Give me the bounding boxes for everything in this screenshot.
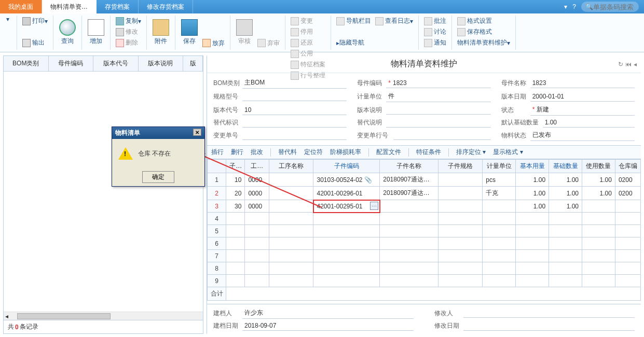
col-proc-name[interactable]: 工序名称 xyxy=(269,160,313,173)
restore-button[interactable]: 还原 xyxy=(289,37,327,48)
attach-button[interactable]: 附件 xyxy=(150,16,172,49)
col-child-spec[interactable]: 子件规格 xyxy=(439,160,483,173)
parent-code-field[interactable]: *1823 xyxy=(386,78,490,88)
spec-field[interactable] xyxy=(242,92,347,101)
table-row[interactable]: 110000030103-00524-02 📎20180907通达…pcs1.0… xyxy=(208,173,641,187)
cell-child-code[interactable]: 30103-00524-02 📎 xyxy=(313,173,380,187)
cell-proc-seq[interactable]: 0000 xyxy=(245,187,269,200)
change-row-field[interactable] xyxy=(393,131,490,140)
left-col-ver-code[interactable]: 版本代号 xyxy=(93,56,139,71)
alt-flag-field[interactable] xyxy=(242,118,347,128)
sort-locate-button[interactable]: 排序定位 ▾ xyxy=(456,148,486,157)
tab-bom[interactable]: 物料清单资… xyxy=(42,0,97,13)
cell-child-code[interactable]: 42001-00296-01 xyxy=(313,187,380,200)
view-log-button[interactable]: 查看日志 ▾ xyxy=(373,16,415,26)
modify-button[interactable]: 修改 xyxy=(114,26,143,37)
lookup-button[interactable]: ⋯ xyxy=(370,202,378,210)
default-qty-field[interactable]: 1.00 xyxy=(543,118,635,128)
cell-child-seq[interactable]: 30 xyxy=(226,200,245,213)
cell-child-spec[interactable] xyxy=(439,173,483,187)
cell-proc-seq[interactable]: 0000 xyxy=(245,173,269,187)
dialog-close-button[interactable]: ✕ xyxy=(193,129,201,136)
nav-bar-button[interactable]: 导航栏目 xyxy=(334,16,373,26)
disable-button[interactable]: 停用 xyxy=(289,26,327,37)
step-loss-button[interactable]: 阶梯损耗率 xyxy=(330,148,361,157)
ver-date-field[interactable]: 2000-01-01 xyxy=(530,92,635,102)
config-file-button[interactable]: 配置文件 xyxy=(376,148,401,157)
col-uom[interactable]: 计量单位 xyxy=(483,160,516,173)
left-col-ver-desc[interactable]: 版本说明 xyxy=(139,56,184,71)
dropdown-icon[interactable]: ▾ xyxy=(564,3,567,10)
print-button[interactable]: 打印 ▾ xyxy=(20,16,50,26)
discard-button[interactable]: 放弃 xyxy=(200,38,227,49)
maintain-button[interactable]: 物料清单资料维护 ▾ xyxy=(455,37,512,48)
cell-base-qty[interactable]: 1.00 xyxy=(516,173,549,187)
query-button[interactable]: 查询 xyxy=(57,16,78,49)
barcode-search[interactable]: 🔍 xyxy=(581,2,639,12)
hide-nav-button[interactable]: ▸ 隐藏导航 xyxy=(334,37,415,48)
left-col-parent-code[interactable]: 母件编码 xyxy=(49,56,94,71)
tab-desktop[interactable]: 我的桌面 xyxy=(0,0,42,13)
cell-uom[interactable]: pcs xyxy=(483,173,516,187)
cell-child-spec[interactable] xyxy=(439,187,483,200)
save-format-button[interactable]: 保存格式 xyxy=(455,26,512,37)
delete-button[interactable]: 删除 xyxy=(114,37,143,48)
cell-base-qty[interactable]: 1.00 xyxy=(516,187,549,200)
batch-note-button[interactable]: 批注 xyxy=(422,16,448,26)
cell-use-qty[interactable]: 1.00 xyxy=(582,173,615,187)
col-basis-qty[interactable]: 基础数量 xyxy=(549,160,582,173)
nav-first-icon[interactable]: ⏮ xyxy=(625,61,632,68)
add-button[interactable]: 增加 xyxy=(85,16,107,49)
cell-uom[interactable] xyxy=(483,200,516,213)
ver-desc-field[interactable] xyxy=(386,105,490,115)
left-col-bom-type[interactable]: BOM类别 xyxy=(4,56,49,71)
table-row[interactable]: 9 xyxy=(208,275,641,287)
cell-child-spec[interactable] xyxy=(439,200,483,213)
cell-proc-seq[interactable]: 0000 xyxy=(245,200,269,213)
col-base-qty[interactable]: 基本用量 xyxy=(516,160,549,173)
cell-basis-qty[interactable]: 1.00 xyxy=(549,187,582,200)
table-row[interactable]: 6 xyxy=(208,237,641,250)
copy-button[interactable]: 复制 ▾ xyxy=(114,16,143,26)
col-rownum[interactable] xyxy=(208,160,226,173)
alt-desc-field[interactable] xyxy=(386,118,490,128)
cell-use-qty[interactable] xyxy=(582,200,615,213)
col-child-seq[interactable]: 子… xyxy=(226,160,245,173)
change-button[interactable]: 变更 xyxy=(289,16,327,26)
help-icon[interactable]: ? xyxy=(572,3,576,10)
batch-modify-button[interactable]: 批改 xyxy=(251,148,263,157)
cell-child-name[interactable] xyxy=(380,200,439,213)
cell-proc-name[interactable] xyxy=(269,173,313,187)
dialog-ok-button[interactable]: 确定 xyxy=(142,171,174,183)
ribbon-expand-icon[interactable]: ▾ xyxy=(6,16,13,23)
tab-modify-inventory[interactable]: 修改存货档案 xyxy=(139,0,193,13)
format-set-button[interactable]: 格式设置 xyxy=(455,16,512,26)
cell-wh[interactable]: 0200 xyxy=(615,173,640,187)
locator-button[interactable]: 定位符 xyxy=(304,148,323,157)
refresh-icon[interactable]: ↻ xyxy=(618,61,623,68)
cell-uom[interactable]: 千克 xyxy=(483,187,516,200)
col-wh[interactable]: 仓库编 xyxy=(615,160,640,173)
change-no-field[interactable] xyxy=(242,131,347,140)
col-proc-seq[interactable]: 工… xyxy=(245,160,269,173)
col-use-qty[interactable]: 使用数量 xyxy=(582,160,615,173)
cell-proc-name[interactable] xyxy=(269,200,313,213)
ver-code-field[interactable]: 10 xyxy=(242,105,347,115)
insert-row-button[interactable]: 插行 xyxy=(211,148,224,157)
cell-proc-name[interactable] xyxy=(269,187,313,200)
export-button[interactable]: 输出 xyxy=(20,37,50,48)
table-row[interactable]: 5 xyxy=(208,225,641,237)
cell-wh[interactable]: 0200 xyxy=(615,187,640,200)
table-row[interactable]: 8 xyxy=(208,262,641,275)
delete-row-button[interactable]: 删行 xyxy=(231,148,243,157)
audit-button[interactable]: 审核 xyxy=(234,16,255,49)
cell-child-seq[interactable]: 10 xyxy=(226,173,245,187)
discuss-button[interactable]: 讨论 xyxy=(422,26,448,37)
dialog-titlebar[interactable]: 物料清单 ✕ xyxy=(112,127,204,139)
cell-child-name[interactable]: 20180907通达… xyxy=(380,173,439,187)
tab-inventory[interactable]: 存货档案 xyxy=(97,0,139,13)
cell-base-qty[interactable]: 1.00 xyxy=(516,200,549,213)
cell-basis-qty[interactable]: 1.00 xyxy=(549,173,582,187)
save-button[interactable]: 保存 xyxy=(179,16,200,49)
table-row[interactable]: 4 xyxy=(208,213,641,225)
